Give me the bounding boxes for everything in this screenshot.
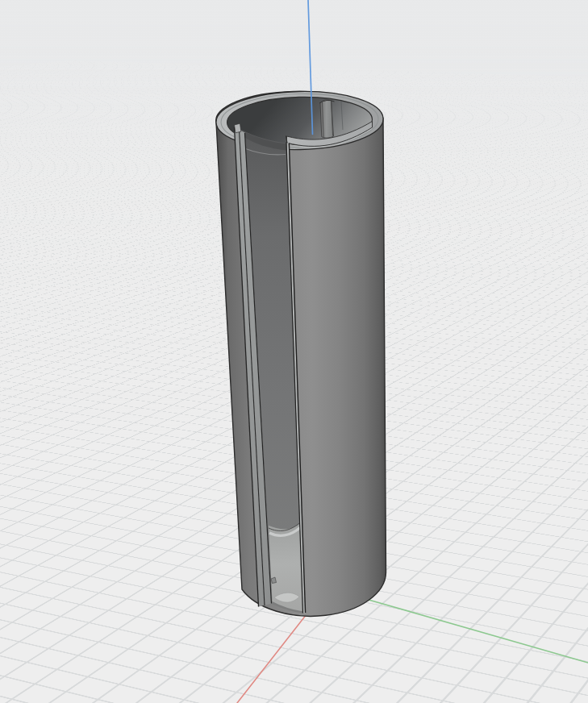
cad-viewport[interactable] bbox=[0, 0, 588, 703]
axes-over-layer bbox=[0, 0, 588, 703]
z-axis-line bbox=[308, 0, 313, 135]
